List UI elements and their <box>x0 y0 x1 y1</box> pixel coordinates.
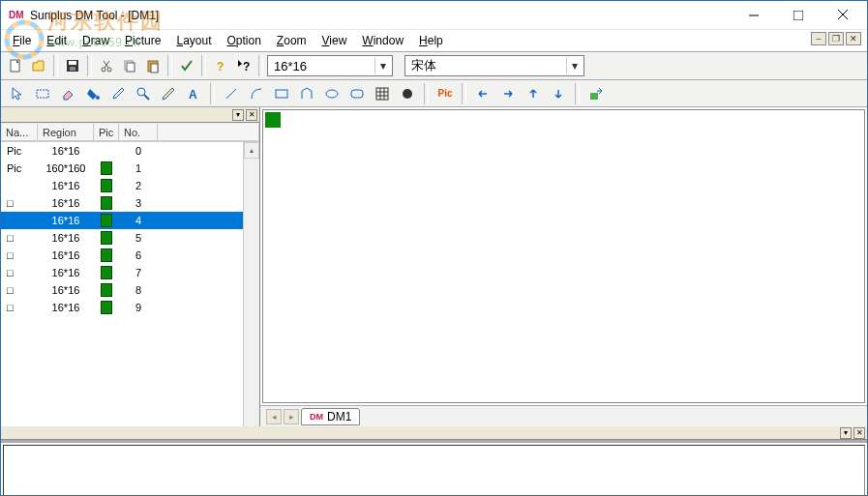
canvas[interactable] <box>262 109 865 403</box>
canvas-sprite[interactable] <box>265 112 281 128</box>
cell-name: □ <box>1 302 38 313</box>
col-pic[interactable]: Pic <box>94 123 119 141</box>
grid-tool[interactable] <box>372 83 393 104</box>
panel-dropdown-button[interactable]: ▾ <box>232 109 244 121</box>
roundrect-tool[interactable] <box>346 83 368 104</box>
cell-pic <box>94 283 119 297</box>
svg-rect-3 <box>793 11 803 20</box>
table-row[interactable]: □16*168 <box>1 281 243 299</box>
svg-rect-15 <box>127 63 135 72</box>
table-row[interactable]: □16*165 <box>1 229 243 247</box>
arrow-left-button[interactable] <box>472 83 494 104</box>
menu-help[interactable]: Help <box>411 32 451 49</box>
filled-circle-tool[interactable] <box>397 83 418 104</box>
close-button[interactable] <box>821 1 865 30</box>
size-combo[interactable]: 16*16 ▾ <box>267 55 393 76</box>
eraser-tool[interactable] <box>57 83 78 104</box>
new-button[interactable] <box>5 55 26 76</box>
paste-button[interactable] <box>142 55 164 76</box>
cell-name: □ <box>1 284 38 296</box>
fill-tool[interactable] <box>82 83 104 104</box>
tab-prev-button[interactable]: ◂ <box>266 409 282 424</box>
font-combo[interactable]: 宋体 ▾ <box>404 55 584 76</box>
copy-button[interactable] <box>119 55 140 76</box>
tab-dm1[interactable]: DM DM1 <box>301 408 360 425</box>
bottom-panel-dropdown-button[interactable]: ▾ <box>840 427 852 439</box>
arrow-up-button[interactable] <box>523 83 544 104</box>
menu-zoom[interactable]: Zoom <box>269 32 314 49</box>
cut-button[interactable] <box>96 55 117 76</box>
help-button[interactable]: ? <box>210 55 231 76</box>
cell-pic <box>94 214 119 227</box>
pencil-tool[interactable] <box>158 83 179 104</box>
pointer-tool[interactable] <box>7 83 28 104</box>
cell-no: 9 <box>119 302 158 313</box>
svg-point-27 <box>326 90 338 98</box>
svg-rect-28 <box>351 90 363 98</box>
bottom-panel-close-button[interactable]: ✕ <box>853 427 865 439</box>
mdi-close-button[interactable]: ✕ <box>846 32 861 45</box>
ellipse-tool[interactable] <box>321 83 343 104</box>
list-body[interactable]: Pic16*160Pic160*160116*162□16*16316*164□… <box>1 142 243 426</box>
cell-no: 5 <box>119 232 158 244</box>
menu-draw[interactable]: Draw <box>75 32 117 49</box>
table-row[interactable]: □16*169 <box>1 299 243 316</box>
polygon-tool[interactable] <box>296 83 317 104</box>
rect-tool[interactable] <box>271 83 292 104</box>
menu-view[interactable]: View <box>314 32 355 49</box>
menu-layout[interactable]: Layout <box>168 32 219 49</box>
cell-name: □ <box>1 249 38 261</box>
col-no[interactable]: No. <box>119 123 158 141</box>
mdi-minimize-button[interactable]: – <box>811 32 826 45</box>
scrollbar-vertical[interactable]: ▴ <box>243 142 259 426</box>
svg-point-21 <box>96 96 100 100</box>
table-row[interactable]: Pic16*160 <box>1 142 243 160</box>
curve-tool[interactable] <box>246 83 267 104</box>
arrow-down-button[interactable] <box>548 83 569 104</box>
save-button[interactable] <box>62 55 83 76</box>
cell-region: 16*16 <box>38 284 94 296</box>
cell-no: 3 <box>119 197 158 209</box>
line-tool[interactable] <box>221 83 242 104</box>
table-row[interactable]: □16*167 <box>1 264 243 281</box>
menu-file[interactable]: File <box>5 32 39 49</box>
col-name[interactable]: Na... <box>1 123 38 141</box>
table-row[interactable]: 16*162 <box>1 177 243 194</box>
col-region[interactable]: Region <box>38 123 94 141</box>
table-row[interactable]: Pic160*1601 <box>1 160 243 177</box>
minimize-button[interactable] <box>732 1 776 30</box>
chevron-down-icon: ▾ <box>374 57 390 74</box>
eyedropper-tool[interactable] <box>107 83 129 104</box>
context-help-button[interactable]: ? <box>233 55 254 76</box>
pic-label-button[interactable]: Pic <box>434 83 456 104</box>
svg-point-11 <box>107 68 111 72</box>
table-row[interactable]: □16*163 <box>1 194 243 212</box>
menu-picture[interactable]: Picture <box>117 32 168 49</box>
bottom-panel-controls: ▾ ✕ <box>1 426 867 440</box>
menu-option[interactable]: Option <box>219 32 268 49</box>
cell-no: 8 <box>119 284 158 296</box>
open-button[interactable] <box>28 55 49 76</box>
select-rect-tool[interactable] <box>32 83 53 104</box>
export-button[interactable] <box>585 83 607 104</box>
mdi-restore-button[interactable]: ❐ <box>828 32 844 45</box>
table-row[interactable]: □16*166 <box>1 247 243 264</box>
text-tool[interactable]: A <box>183 83 204 104</box>
app-icon: DM <box>9 8 24 23</box>
tab-next-button[interactable]: ▸ <box>284 409 299 424</box>
svg-text:?: ? <box>217 60 224 73</box>
check-button[interactable] <box>176 55 197 76</box>
zoom-tool[interactable] <box>133 83 154 104</box>
table-row[interactable]: 16*164 <box>1 212 243 229</box>
maximize-button[interactable] <box>776 1 821 30</box>
menu-edit[interactable]: Edit <box>39 32 75 49</box>
svg-line-12 <box>105 61 109 68</box>
panel-controls: ▾ ✕ <box>1 107 259 123</box>
panel-close-button[interactable]: ✕ <box>246 109 257 121</box>
svg-rect-20 <box>37 90 48 98</box>
cell-no: 4 <box>119 215 158 226</box>
document-tabs: ◂ ▸ DM DM1 <box>260 405 867 426</box>
menu-window[interactable]: Window <box>354 32 411 49</box>
output-area[interactable] <box>3 445 865 496</box>
arrow-right-button[interactable] <box>497 83 519 104</box>
